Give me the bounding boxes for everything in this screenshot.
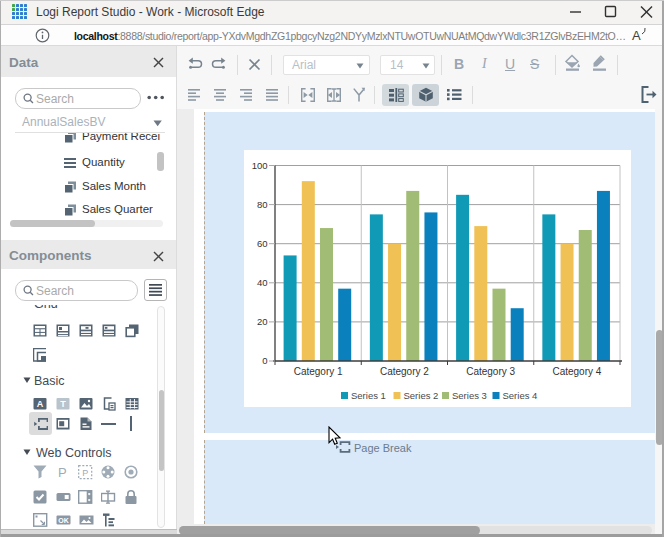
svg-text:Series 2: Series 2 bbox=[404, 390, 439, 401]
svg-text:P: P bbox=[58, 465, 67, 480]
svg-text:Category 3: Category 3 bbox=[466, 366, 515, 377]
svg-text:OK: OK bbox=[58, 517, 69, 524]
svg-text:60: 60 bbox=[257, 238, 268, 249]
svg-text:P: P bbox=[82, 468, 88, 478]
svg-text:40: 40 bbox=[257, 277, 268, 288]
svg-text:20: 20 bbox=[257, 316, 268, 327]
svg-text:Category 4: Category 4 bbox=[552, 366, 601, 377]
svg-text:A: A bbox=[37, 399, 44, 409]
svg-text:T: T bbox=[60, 399, 66, 409]
svg-text:Series 4: Series 4 bbox=[503, 390, 538, 401]
svg-text:Category 2: Category 2 bbox=[380, 366, 429, 377]
svg-text:Category 1: Category 1 bbox=[294, 366, 343, 377]
svg-text:Series 3: Series 3 bbox=[452, 390, 487, 401]
svg-text:80: 80 bbox=[257, 199, 268, 210]
svg-text:0: 0 bbox=[262, 355, 267, 366]
svg-text:Series 1: Series 1 bbox=[351, 390, 386, 401]
svg-text:100: 100 bbox=[252, 160, 268, 171]
